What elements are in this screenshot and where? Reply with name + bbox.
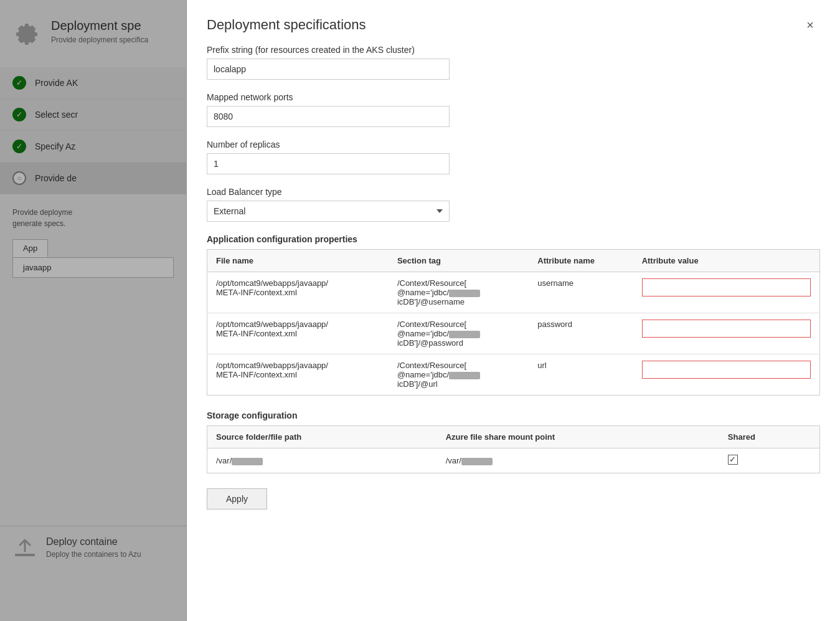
- ports-label: Mapped network ports: [207, 92, 820, 102]
- close-button[interactable]: ×: [800, 15, 820, 35]
- storage-config-table: Source folder/file path Azure file share…: [207, 425, 820, 473]
- lb-group: Load Balancer type External Internal: [207, 187, 820, 222]
- storage-header-row: Source folder/file path Azure file share…: [207, 426, 820, 448]
- prefix-label: Prefix string (for resources created in …: [207, 45, 820, 55]
- col-header-attribute-name: Attribute name: [529, 250, 633, 272]
- cell-section-tag-1: /Context/Resource[@name='jdbc/icDB']/@us…: [389, 272, 529, 313]
- cell-attr-value-1: [633, 272, 820, 313]
- cell-attr-value-3: [633, 354, 820, 396]
- app-config-table: File name Section tag Attribute name Att…: [207, 249, 820, 396]
- cell-section-tag-3: /Context/Resource[@name='jdbc/icDB']/@ur…: [389, 354, 529, 396]
- col-header-filename: File name: [207, 250, 389, 272]
- cell-filename-2: /opt/tomcat9/webapps/javaapp/META-INF/co…: [207, 313, 389, 354]
- cell-attr-value-2: [633, 313, 820, 354]
- modal-header: Deployment specifications ×: [187, 0, 840, 45]
- app-config-header-row: File name Section tag Attribute name Att…: [207, 250, 820, 272]
- cell-attr-name-2: password: [529, 313, 633, 354]
- table-row: /var/ /var/: [207, 448, 820, 473]
- prefix-group: Prefix string (for resources created in …: [207, 45, 820, 80]
- col-header-attribute-value: Attribute value: [633, 250, 820, 272]
- col-header-shared: Shared: [719, 426, 820, 448]
- modal-body: Prefix string (for resources created in …: [187, 45, 840, 621]
- lb-label: Load Balancer type: [207, 187, 820, 197]
- cell-source-path-1: /var/: [207, 448, 437, 473]
- col-header-source-path: Source folder/file path: [207, 426, 437, 448]
- attr-value-input-3[interactable]: [642, 361, 811, 379]
- shared-checkbox[interactable]: [728, 455, 738, 465]
- cell-section-tag-2: /Context/Resource[@name='jdbc/icDB']/@pa…: [389, 313, 529, 354]
- cell-filename-3: /opt/tomcat9/webapps/javaapp/META-INF/co…: [207, 354, 389, 396]
- replicas-group: Number of replicas: [207, 140, 820, 174]
- lb-select[interactable]: External Internal: [207, 201, 450, 222]
- col-header-section-tag: Section tag: [389, 250, 529, 272]
- replicas-input[interactable]: [207, 153, 450, 174]
- attr-value-input-1[interactable]: [642, 278, 811, 296]
- replicas-label: Number of replicas: [207, 140, 820, 149]
- modal-title: Deployment specifications: [207, 17, 366, 33]
- cell-filename-1: /opt/tomcat9/webapps/javaapp/META-INF/co…: [207, 272, 389, 313]
- ports-group: Mapped network ports: [207, 92, 820, 127]
- attr-value-input-2[interactable]: [642, 320, 811, 338]
- table-row: /opt/tomcat9/webapps/javaapp/META-INF/co…: [207, 354, 820, 396]
- prefix-input[interactable]: [207, 59, 450, 80]
- storage-config-section-title: Storage configuration: [207, 410, 820, 420]
- cell-mount-point-1: /var/: [437, 448, 719, 473]
- cell-attr-name-1: username: [529, 272, 633, 313]
- col-header-mount-point: Azure file share mount point: [437, 426, 719, 448]
- cell-shared-1: [719, 448, 820, 473]
- modal-dialog: Deployment specifications × Prefix strin…: [187, 0, 840, 621]
- ports-input[interactable]: [207, 106, 450, 127]
- apply-button[interactable]: Apply: [207, 488, 267, 510]
- app-config-section-title: Application configuration properties: [207, 234, 820, 244]
- cell-attr-name-3: url: [529, 354, 633, 396]
- table-row: /opt/tomcat9/webapps/javaapp/META-INF/co…: [207, 272, 820, 313]
- table-row: /opt/tomcat9/webapps/javaapp/META-INF/co…: [207, 313, 820, 354]
